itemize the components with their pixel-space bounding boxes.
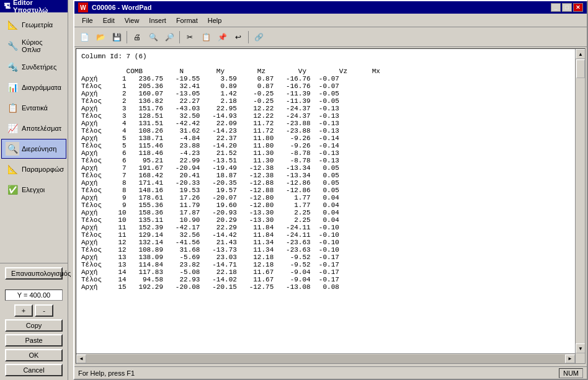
wordpad-title-left: W C00006 - WordPad: [78, 2, 151, 12]
diagrams-icon: 📊: [6, 81, 19, 94]
y-value-display: Y = 400.00: [5, 289, 63, 301]
menubar: File Edit View Insert Format Help: [74, 14, 587, 27]
sidebar-item-checks[interactable]: ✅ Ελεγχοι: [1, 180, 66, 200]
sidebar-item-results[interactable]: 📈 Αποτελέσματ: [1, 118, 66, 138]
print-preview-button[interactable]: 🔍: [146, 30, 161, 45]
scroll-down-button[interactable]: ▼: [576, 343, 586, 353]
sidebar-title: 🏗 Editor Υποστυλώ: [0, 0, 68, 12]
sidebar-bottom: Επαναυπολογισμός Y = 400.00 + - Copy Pas…: [0, 263, 68, 380]
horizontal-scrollbar[interactable]: ◄ ►: [76, 353, 575, 363]
sidebar-item-label: Διαγράμματα: [22, 84, 61, 91]
y-value-text: Y = 400.00: [17, 291, 50, 299]
wordpad-app-icon: W: [78, 2, 88, 12]
ok-button[interactable]: OK: [5, 349, 63, 361]
forces-icon: 📋: [6, 101, 19, 115]
maximize-button[interactable]: □: [562, 3, 572, 12]
sidebar-item-label: Συνδετήρες: [22, 63, 56, 71]
status-num-indicator: NUM: [559, 368, 583, 378]
scroll-thumb[interactable]: [576, 60, 585, 78]
print-button[interactable]: 🖨: [130, 30, 145, 45]
scroll-up-button[interactable]: ▲: [576, 49, 586, 59]
scroll-track[interactable]: [86, 355, 565, 363]
sidebar-icon: 🏗: [4, 2, 11, 10]
undo-button[interactable]: ↩: [231, 30, 246, 45]
open-button[interactable]: 📂: [93, 30, 108, 45]
main-reinforcement-icon: 🔧: [6, 39, 19, 53]
sidebar-item-label: Γεωμετρία: [22, 21, 53, 29]
content-area[interactable]: Column Id: 7 (6) COMB N My Mz Vy Vz Mx Α…: [76, 48, 586, 364]
sidebar-item-label: Ελεγχοι: [22, 186, 45, 193]
link-button[interactable]: 🔗: [251, 30, 266, 45]
connectors-icon: 🔩: [6, 60, 19, 74]
toolbar-separator-2: [179, 31, 180, 43]
cancel-button[interactable]: Cancel: [5, 364, 63, 376]
toolbar-separator-1: [127, 31, 127, 43]
save-button[interactable]: 💾: [109, 30, 124, 45]
menu-file[interactable]: File: [77, 15, 98, 25]
paste-button[interactable]: Paste: [5, 334, 63, 347]
sidebar-menu: 📐 Γεωμετρία 🔧 Κύριος Οπλισ 🔩 Συνδετήρες …: [0, 12, 68, 263]
find-button[interactable]: 🔎: [162, 30, 177, 45]
menu-help[interactable]: Help: [203, 15, 227, 25]
sidebar-item-geometry[interactable]: 📐 Γεωμετρία: [1, 15, 66, 35]
copy-toolbar-button[interactable]: 📋: [198, 30, 213, 45]
vertical-scrollbar[interactable]: ▲ ▼: [575, 49, 585, 363]
menu-insert[interactable]: Insert: [144, 15, 171, 25]
paste-toolbar-button[interactable]: 📌: [215, 30, 229, 45]
investigation-icon: 🔍: [6, 142, 19, 156]
close-button[interactable]: ✕: [573, 3, 583, 12]
wordpad-title-text: C00006 - WordPad: [92, 4, 151, 11]
window-controls: _ □ ✕: [551, 3, 583, 12]
plus-button[interactable]: +: [14, 304, 33, 317]
menu-view[interactable]: View: [120, 15, 145, 25]
deformations-icon: 📐: [6, 162, 19, 176]
sidebar-window: 🏗 Editor Υποστυλώ 📐 Γεωμετρία 🔧 Κύριος Ο…: [0, 0, 68, 380]
sidebar-item-diagrams[interactable]: 📊 Διαγράμματα: [1, 77, 66, 97]
minimize-button[interactable]: _: [551, 3, 561, 12]
checks-icon: ✅: [6, 183, 19, 197]
scroll-right-button[interactable]: ►: [565, 355, 575, 363]
scroll-left-button[interactable]: ◄: [76, 355, 86, 363]
sidebar-item-deformations[interactable]: 📐 Παραμορφώσ: [1, 159, 66, 179]
sidebar-item-label: Αποτελέσματ: [22, 125, 61, 132]
cut-button[interactable]: ✂: [182, 30, 197, 45]
data-display: Column Id: 7 (6) COMB N My Mz Vy Vz Mx Α…: [76, 49, 585, 363]
new-button[interactable]: 📄: [77, 30, 92, 45]
minus-button[interactable]: -: [35, 304, 53, 317]
sidebar-item-label: Παραμορφώσ: [22, 166, 64, 173]
copy-button[interactable]: Copy: [5, 319, 63, 332]
toolbar: 📄 📂 💾 🖨 🔍 🔎 ✂ 📋 📌 ↩ 🔗: [74, 27, 587, 47]
wordpad-window: W C00006 - WordPad _ □ ✕ File Edit View …: [73, 0, 588, 380]
status-help-text: For Help, press F1: [78, 369, 135, 377]
menu-edit[interactable]: Edit: [98, 15, 120, 25]
sidebar-item-investigation[interactable]: 🔍 Διερεύνηση: [1, 139, 66, 159]
plus-minus-row: + -: [2, 304, 65, 317]
recompute-button[interactable]: Επαναυπολογισμός: [5, 267, 63, 280]
geometry-icon: 📐: [6, 18, 19, 32]
statusbar: For Help, press F1 NUM: [74, 366, 587, 379]
sidebar-item-main-reinforcement[interactable]: 🔧 Κύριος Οπλισ: [1, 35, 66, 56]
sidebar-item-label: Εντατικά: [22, 104, 48, 112]
sidebar-item-forces[interactable]: 📋 Εντατικά: [1, 98, 66, 118]
toolbar-separator-3: [248, 31, 249, 43]
sidebar-title-text: Editor Υποστυλώ: [13, 0, 64, 14]
wordpad-title: W C00006 - WordPad _ □ ✕: [74, 1, 587, 14]
sidebar-item-label: Διερεύνηση: [22, 145, 56, 152]
sidebar-item-connectors[interactable]: 🔩 Συνδετήρες: [1, 57, 66, 77]
results-icon: 📈: [6, 122, 19, 135]
menu-format[interactable]: Format: [171, 15, 203, 25]
sidebar-item-label: Κύριος Οπλισ: [22, 38, 62, 53]
